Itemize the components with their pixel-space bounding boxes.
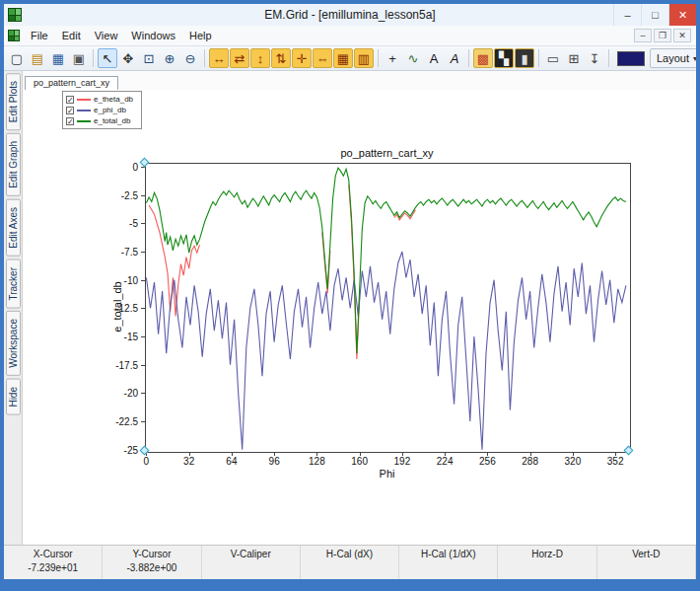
maximize-button[interactable]: □ xyxy=(641,4,668,26)
side-tab-edit-axes[interactable]: Edit Axes xyxy=(6,199,21,257)
x-tick-mark xyxy=(232,452,233,456)
menu-view[interactable]: View xyxy=(88,28,125,43)
side-tab-edit-plots[interactable]: Edit Plots xyxy=(6,73,21,130)
status-col-label: X-Cursor xyxy=(4,549,102,559)
mdi-minimize-button[interactable]: – xyxy=(634,29,652,42)
x-fit-button[interactable]: ⇄ xyxy=(230,48,249,68)
mdi-close-button[interactable]: ✕ xyxy=(673,29,691,42)
caliper-box-button[interactable]: ▭ xyxy=(543,48,563,68)
menu-file[interactable]: File xyxy=(24,28,55,43)
text-icon: A xyxy=(430,52,439,65)
zoom-out-button[interactable]: ⊖ xyxy=(180,48,200,68)
close-button[interactable]: ✕ xyxy=(668,4,696,26)
y-tick-label: -12.5 xyxy=(23,303,138,314)
open-folder-button[interactable]: ▤ xyxy=(28,48,47,68)
side-tab-hide[interactable]: Hide xyxy=(6,379,21,415)
x-tick-mark xyxy=(316,452,317,456)
toolbar-separator xyxy=(93,49,94,67)
new-file-button[interactable]: ▢ xyxy=(7,48,27,68)
status-col-label: Vert-D xyxy=(597,549,695,559)
layout-dropdown[interactable]: Layout▾ xyxy=(650,48,700,68)
mdi-restore-button[interactable]: ❐ xyxy=(654,29,671,42)
toolbar: ▢▤▦▣↖✥⊡⊕⊖↔⇄↕⇅✛⇔▦▥+∿AA▩▚▮▭⊞↧Layout▾ xyxy=(4,46,696,71)
series-e_total_db xyxy=(146,168,626,353)
legend-item-e-theta-db: ✓e_theta_db xyxy=(66,94,133,105)
extents-button[interactable]: ↧ xyxy=(585,48,604,68)
print-button[interactable]: ▣ xyxy=(69,48,89,68)
main-area: Edit PlotsEdit GraphEdit AxesTrackerWork… xyxy=(4,71,696,545)
toolbar-separator xyxy=(538,49,539,67)
app-window: EM.Grid - [emillumina_lesson5a] – □ ✕ Fi… xyxy=(0,0,700,591)
menu-help[interactable]: Help xyxy=(182,28,219,43)
select-cursor-icon: ↖ xyxy=(103,52,113,65)
side-tab-tracker[interactable]: Tracker xyxy=(6,259,21,309)
curve-button[interactable]: ∿ xyxy=(403,48,423,68)
series-e_theta_db xyxy=(149,185,415,359)
menu-edit[interactable]: Edit xyxy=(55,28,88,43)
pan-hand-button[interactable]: ✥ xyxy=(118,48,138,68)
status-col-label: H-Cal (dX) xyxy=(301,549,398,559)
menu-windows[interactable]: Windows xyxy=(124,28,182,43)
crosshair-button[interactable]: + xyxy=(383,48,402,68)
pattern-button[interactable]: ▚ xyxy=(494,48,514,68)
fit-all-button[interactable]: ✛ xyxy=(292,48,312,68)
side-tab-workspace[interactable]: Workspace xyxy=(6,311,21,376)
window-title: EM.Grid - [emillumina_lesson5a] xyxy=(4,8,696,22)
status-col-h-cal-dx: H-Cal (dX) xyxy=(301,546,399,579)
extents-icon: ↧ xyxy=(590,52,600,65)
minimize-button[interactable]: – xyxy=(613,4,641,26)
mdi-controls: – ❐ ✕ xyxy=(634,29,694,42)
plot-box[interactable] xyxy=(145,163,631,453)
status-col-label: V-Caliper xyxy=(202,549,300,559)
grid-y-button[interactable]: ▥ xyxy=(354,48,374,68)
new-file-icon: ▢ xyxy=(11,52,23,65)
y-tick-label: -17.5 xyxy=(23,359,138,370)
mask-button[interactable]: ▮ xyxy=(515,48,534,68)
y-tick-label: -15 xyxy=(23,332,138,342)
mdi-child-icon[interactable] xyxy=(8,30,20,41)
titlebar: EM.Grid - [emillumina_lesson5a] – □ ✕ xyxy=(4,4,696,26)
autoscale-button[interactable]: ⇔ xyxy=(313,48,332,68)
y-fit-button[interactable]: ⇅ xyxy=(271,48,291,68)
status-col-x-cursor: X-Cursor-7.239e+01 xyxy=(4,546,103,579)
x-tick-label: 288 xyxy=(522,456,538,467)
legend-label: e_phi_db xyxy=(94,106,126,114)
menubar-items: FileEditViewWindowsHelp xyxy=(24,30,219,41)
x-pan-button[interactable]: ↔ xyxy=(209,48,229,68)
plot-tab[interactable]: po_pattern_cart_xy xyxy=(25,76,118,91)
select-cursor-button[interactable]: ↖ xyxy=(98,48,117,68)
zoom-box-button[interactable]: ⊞ xyxy=(564,48,584,68)
save-button[interactable]: ▦ xyxy=(48,48,68,68)
y-tick-mark xyxy=(141,280,145,281)
side-tab-edit-graph[interactable]: Edit Graph xyxy=(6,133,21,196)
dropdown-caret-icon: ▾ xyxy=(693,54,697,63)
image-icon: ▩ xyxy=(477,52,489,65)
toolbar-separator xyxy=(608,49,609,67)
zoom-window-icon: ⊡ xyxy=(144,52,155,65)
layout-label: Layout xyxy=(657,52,689,64)
zoom-out-icon: ⊖ xyxy=(185,52,196,65)
legend-line-sample xyxy=(77,99,91,101)
y-tick-mark xyxy=(141,336,145,337)
window-controls: – □ ✕ xyxy=(613,4,696,26)
legend-checkbox-e-phi-db[interactable]: ✓ xyxy=(66,107,74,114)
legend-checkbox-e-theta-db[interactable]: ✓ xyxy=(66,96,74,104)
legend-checkbox-e-total-db[interactable]: ✓ xyxy=(66,117,74,125)
plot-handle-bottom-right[interactable] xyxy=(624,446,634,456)
grid-x-button[interactable]: ▦ xyxy=(333,48,353,68)
italic-text-button[interactable]: A xyxy=(445,48,464,68)
pan-hand-icon: ✥ xyxy=(123,52,134,65)
y-fit-icon: ⇅ xyxy=(276,52,287,65)
zoom-window-button[interactable]: ⊡ xyxy=(139,48,159,68)
save-icon: ▦ xyxy=(52,52,64,65)
text-button[interactable]: A xyxy=(424,48,444,68)
plot-canvas[interactable] xyxy=(146,164,630,452)
zoom-in-icon: ⊕ xyxy=(165,52,175,65)
image-button[interactable]: ▩ xyxy=(473,48,493,68)
y-pan-button[interactable]: ↕ xyxy=(250,48,270,68)
zoom-in-button[interactable]: ⊕ xyxy=(160,48,179,68)
y-tick-mark xyxy=(141,308,145,309)
y-tick-mark xyxy=(141,365,145,366)
line-color-swatch[interactable] xyxy=(617,51,645,66)
menubar: FileEditViewWindowsHelp – ❐ ✕ xyxy=(4,26,696,46)
